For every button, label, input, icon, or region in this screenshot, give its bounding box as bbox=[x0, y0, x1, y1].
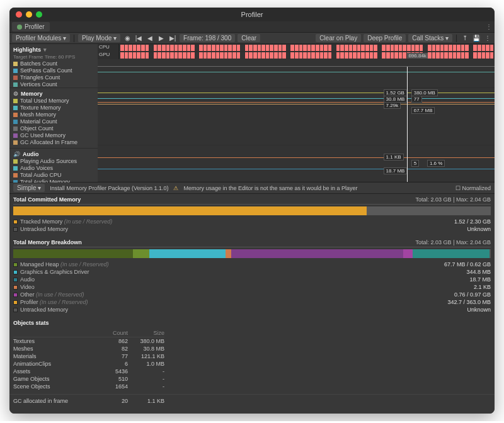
gpu-row-label: GPU bbox=[98, 52, 119, 59]
editor-warning-text: Memory usage in the Editor is not the sa… bbox=[183, 185, 357, 191]
list-item: Video 2.1 KB bbox=[13, 283, 491, 291]
legend-item: Triangles Count bbox=[13, 74, 95, 81]
breakdown-bar bbox=[13, 249, 491, 258]
window-title: Profiler bbox=[9, 11, 495, 18]
legend-item: Audio Voices bbox=[13, 165, 95, 172]
save-icon[interactable]: 💾 bbox=[472, 35, 481, 42]
last-frame-icon[interactable]: ▶| bbox=[168, 35, 177, 42]
playhead-value: 696.84k bbox=[407, 53, 427, 59]
list-item: Untracked Memory Unknown bbox=[13, 306, 491, 313]
table-row: AnimationClips61.0 MB bbox=[13, 360, 164, 368]
first-frame-icon[interactable]: |◀ bbox=[134, 35, 143, 42]
group-memory[interactable]: ⚙ Memory Total Used MemoryTexture Memory… bbox=[9, 88, 98, 149]
tab-label: Profiler bbox=[25, 23, 45, 30]
table-row: Materials77121.1 KB bbox=[13, 352, 164, 360]
toolbar: Profiler Modules ▾ Play Mode ▾ ◉ |◀ ◀ ▶ … bbox=[9, 33, 495, 44]
normalized-toggle[interactable]: ☐ Normalized bbox=[455, 185, 491, 191]
value-badge: 18.7 MB bbox=[384, 167, 408, 174]
legend-item: Total Used Memory bbox=[13, 98, 95, 104]
tab-profiler[interactable]: Profiler bbox=[12, 22, 50, 31]
table-row: Game Objects510- bbox=[13, 375, 164, 383]
cpu-row-label: CPU bbox=[98, 44, 119, 52]
clear-button[interactable]: Clear bbox=[238, 34, 260, 42]
legend-item: GC Allocated In Frame bbox=[13, 139, 95, 146]
install-package-link[interactable]: Install Memory Profiler Package (Version… bbox=[50, 185, 168, 191]
frame-indicator[interactable]: Frame: 198 / 300 bbox=[180, 34, 235, 42]
titlebar: Profiler bbox=[9, 8, 495, 21]
table-row: Assets5436- bbox=[13, 368, 164, 375]
legend-item: Vertices Count bbox=[13, 81, 95, 88]
cpu-frame-bar bbox=[119, 44, 495, 52]
section-objects: Objects stats CountSize Textures862380.0… bbox=[9, 317, 495, 394]
detail-mode-dropdown[interactable]: Simple ▾ bbox=[13, 184, 45, 192]
speaker-icon: 🔊 bbox=[13, 151, 20, 157]
legend-item: Mesh Memory bbox=[13, 111, 95, 118]
profiler-status-icon bbox=[17, 25, 22, 30]
deep-profile-button[interactable]: Deep Profile bbox=[364, 34, 406, 42]
gpu-frame-bar bbox=[119, 52, 495, 59]
kebab-icon[interactable]: ⋮ bbox=[486, 23, 492, 30]
warning-icon: ⚠ bbox=[173, 185, 178, 191]
group-highlights[interactable]: Highlights ▾ Target Frame Time: 60 FPS B… bbox=[9, 44, 98, 88]
record-icon[interactable]: ◉ bbox=[123, 35, 132, 42]
committed-bar bbox=[13, 206, 491, 215]
legend-item: Texture Memory bbox=[13, 104, 95, 111]
value-badge: 67.7 MB bbox=[411, 107, 435, 114]
list-item: Other (In use / Reserved)0.76 / 0.97 GB bbox=[13, 291, 491, 298]
profiler-modules-dropdown[interactable]: Profiler Modules ▾ bbox=[12, 34, 70, 42]
list-item: Audio 18.7 MB bbox=[13, 276, 491, 283]
list-item: Tracked Memory (In use / Reserved)1.52 /… bbox=[13, 218, 491, 225]
table-row: Scene Objects1654- bbox=[13, 383, 164, 390]
clear-on-play-button[interactable]: Clear on Play bbox=[316, 34, 361, 42]
legend-item: SetPass Calls Count bbox=[13, 67, 95, 74]
prev-frame-icon[interactable]: ◀ bbox=[146, 35, 154, 42]
value-badge: 77 bbox=[411, 96, 422, 103]
list-item: Profiler (In use / Reserved)342.7 / 363.… bbox=[13, 298, 491, 306]
profiler-window: Profiler Profiler ⋮ Profiler Modules ▾ P… bbox=[9, 8, 495, 414]
legend-item: Playing Audio Sources bbox=[13, 158, 95, 165]
value-badge: 1.6 % bbox=[427, 160, 445, 167]
kebab-icon[interactable]: ⋮ bbox=[483, 35, 492, 42]
section-breakdown: Total Memory Breakdown Total: 2.03 GB | … bbox=[9, 237, 495, 317]
tab-bar: Profiler ⋮ bbox=[9, 21, 495, 33]
next-frame-icon[interactable]: ▶ bbox=[157, 35, 166, 42]
table-row: Meshes8230.8 MB bbox=[13, 345, 164, 352]
value-badge: 1.1 KB bbox=[384, 154, 404, 161]
list-item: Graphics & Graphics Driver 344.8 MB bbox=[13, 268, 491, 276]
legend-item: Total Audio CPU bbox=[13, 172, 95, 179]
legend-item: Object Count bbox=[13, 125, 95, 132]
legend-item: Material Count bbox=[13, 118, 95, 125]
playhead[interactable] bbox=[407, 67, 408, 182]
list-item: Untracked Memory Unknown bbox=[13, 225, 491, 233]
gear-icon: ⚙ bbox=[13, 91, 18, 97]
export-icon[interactable]: ⤒ bbox=[461, 35, 469, 42]
table-row: Textures862380.0 MB bbox=[13, 337, 164, 345]
legend-item: GC Used Memory bbox=[13, 132, 95, 139]
group-audio[interactable]: 🔊 Audio Playing Audio SourcesAudio Voice… bbox=[9, 149, 98, 185]
section-committed: Total Committed Memory Total: 2.03 GB | … bbox=[9, 194, 495, 237]
play-mode-dropdown[interactable]: Play Mode ▾ bbox=[78, 34, 120, 42]
call-stacks-dropdown[interactable]: Call Stacks ▾ bbox=[408, 34, 452, 42]
value-badge: 7.29k bbox=[384, 102, 401, 109]
legend-item: Batches Count bbox=[13, 60, 95, 67]
track-graph-area[interactable]: CPU GPU bbox=[98, 44, 495, 182]
list-item: Managed Heap (In use / Reserved)67.7 MB … bbox=[13, 261, 491, 268]
value-badge: 5 bbox=[411, 160, 419, 167]
